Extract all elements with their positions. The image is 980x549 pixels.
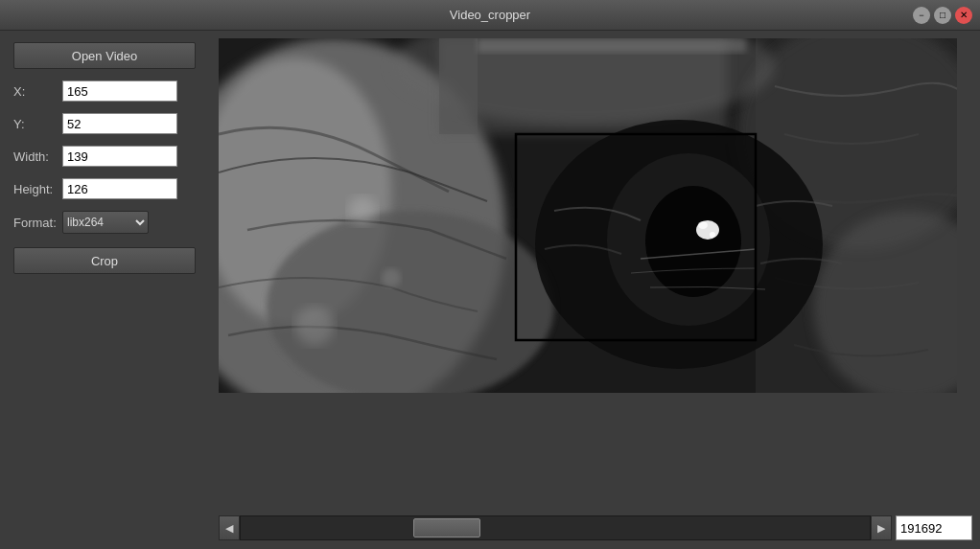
- bottom-bar: ◀ ▶: [219, 511, 972, 549]
- x-field-row: X:: [13, 80, 205, 102]
- width-field-row: Width:: [13, 146, 205, 167]
- format-row: Format: libx264 libx265 mpeg4: [13, 211, 205, 234]
- format-label: Format:: [13, 216, 57, 230]
- open-video-button[interactable]: Open Video: [13, 42, 196, 69]
- left-arrow-icon: ◀: [225, 522, 233, 535]
- right-panel: ◀ ▶: [219, 31, 980, 549]
- svg-point-16: [382, 268, 401, 287]
- svg-point-15: [348, 196, 377, 225]
- frame-number-input[interactable]: [896, 515, 972, 540]
- width-input[interactable]: [62, 146, 177, 167]
- svg-rect-19: [478, 38, 746, 53]
- x-label: X:: [13, 84, 57, 99]
- close-button[interactable]: ✕: [955, 7, 972, 24]
- minimize-button[interactable]: －: [913, 7, 930, 24]
- y-field-row: Y:: [13, 113, 205, 134]
- svg-point-14: [710, 232, 715, 238]
- right-arrow-icon: ▶: [877, 522, 885, 535]
- main-content: Open Video X: Y: Width: Height: Format: …: [0, 31, 980, 549]
- left-panel: Open Video X: Y: Width: Height: Format: …: [0, 31, 219, 549]
- height-field-row: Height:: [13, 178, 205, 199]
- y-input[interactable]: [62, 113, 177, 134]
- svg-rect-18: [439, 38, 478, 134]
- crop-button[interactable]: Crop: [13, 247, 196, 274]
- svg-point-13: [698, 221, 708, 229]
- video-container[interactable]: [219, 38, 972, 511]
- scrollbar-track[interactable]: [240, 515, 871, 540]
- window-controls: － □ ✕: [913, 7, 972, 24]
- video-canvas: [219, 38, 957, 393]
- video-image: [219, 38, 957, 393]
- scroll-right-button[interactable]: ▶: [871, 515, 892, 540]
- window-title: Video_cropper: [450, 8, 530, 22]
- svg-point-17: [295, 307, 334, 345]
- maximize-button[interactable]: □: [934, 7, 951, 24]
- height-label: Height:: [13, 182, 57, 196]
- format-select[interactable]: libx264 libx265 mpeg4: [62, 211, 149, 234]
- x-input[interactable]: [62, 80, 177, 102]
- height-input[interactable]: [62, 178, 177, 199]
- svg-point-11: [645, 186, 741, 297]
- y-label: Y:: [13, 117, 57, 131]
- scroll-left-button[interactable]: ◀: [219, 515, 240, 540]
- title-bar: Video_cropper － □ ✕: [0, 0, 980, 31]
- scrollbar-thumb[interactable]: [413, 518, 480, 538]
- width-label: Width:: [13, 149, 57, 164]
